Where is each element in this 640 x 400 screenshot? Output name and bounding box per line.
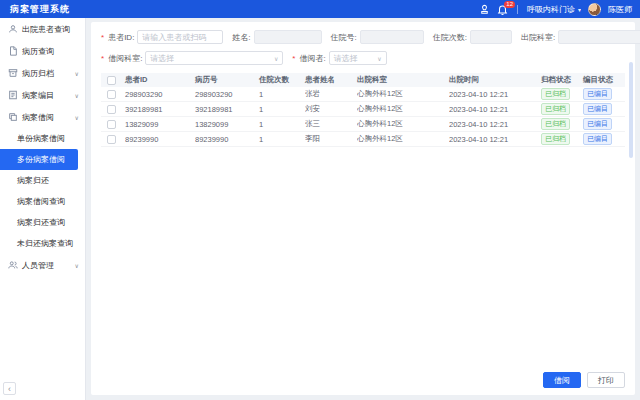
cell-discharge-time: 2023-04-10 12:21: [449, 135, 541, 144]
user-name: 陈医师: [608, 4, 632, 15]
select-all-checkbox[interactable]: [107, 76, 116, 85]
table-scrollbar[interactable]: [629, 62, 633, 158]
name-input[interactable]: [254, 30, 322, 44]
table-row: 298903290 298903290 1 张岩 心胸外科12区 2023-04…: [101, 87, 625, 102]
user-icon: [8, 24, 18, 34]
print-button[interactable]: 打印: [587, 372, 625, 388]
borrow-dept-label: 借阅科室:: [108, 53, 142, 64]
patient-id-label: 患者ID:: [108, 32, 134, 43]
borrow-dept-value: 请选择: [150, 53, 174, 64]
app-title: 病案管理系统: [8, 3, 70, 16]
bell-icon[interactable]: 12: [497, 4, 508, 15]
inpatient-no-input[interactable]: [360, 30, 424, 44]
field-inpatient-no: 住院号:: [331, 30, 424, 44]
field-discharge-dept: 出院科室:: [521, 30, 640, 44]
borrower-value: 请选择: [334, 53, 358, 64]
chevron-down-icon: ∨: [75, 262, 79, 269]
sidebar-subitem-borrow-query[interactable]: 病案借阅查询: [0, 191, 78, 212]
name-label: 姓名:: [232, 32, 250, 43]
cell-visits: 1: [259, 120, 305, 129]
sidebar-item-record-query[interactable]: 病历查询: [0, 40, 85, 62]
sidebar-item-staff-management[interactable]: 人员管理 ∨: [0, 254, 85, 276]
sidebar-item-label: 病案借阅: [22, 112, 54, 123]
discharge-dept-label: 出院科室:: [521, 32, 555, 43]
cell-patient-id: 89239990: [125, 135, 195, 144]
row-checkbox[interactable]: [107, 135, 116, 144]
sidebar-subitem-label: 多份病案借阅: [17, 154, 65, 165]
required-mark: *: [101, 54, 104, 63]
table-row: 89239990 89239990 1 李阳 心胸外科12区 2023-04-1…: [101, 132, 625, 147]
sidebar-subitem-label: 未归还病案查询: [17, 238, 73, 249]
sidebar-subitem-record-return[interactable]: 病案归还: [0, 170, 78, 191]
visit-count-input[interactable]: [470, 30, 512, 44]
borrow-icon: [8, 112, 18, 122]
cell-discharge-dept: 心胸外科12区: [357, 104, 449, 114]
sidebar-subitem-return-query[interactable]: 病案归还查询: [0, 212, 78, 233]
chevron-down-icon: ∨: [274, 55, 278, 62]
field-visit-count: 住院次数:: [433, 30, 512, 44]
field-name: 姓名:: [232, 30, 321, 44]
borrower-label: 借阅者:: [299, 53, 325, 64]
cell-record-no: 392189981: [195, 105, 259, 114]
cell-record-no: 13829099: [195, 120, 259, 129]
avatar[interactable]: [588, 3, 601, 16]
main-area: * 患者ID: 姓名: 住院号: 住院次数: 出院科室:: [86, 18, 640, 400]
seal-icon[interactable]: [479, 4, 490, 15]
catalog-status-badge: 已编目: [583, 88, 612, 100]
sidebar-subitem-label: 病案归还查询: [17, 217, 65, 228]
cell-discharge-dept: 心胸外科12区: [357, 119, 449, 129]
sidebar-subitem-multi-borrow[interactable]: 多份病案借阅: [0, 149, 78, 170]
field-borrow-dept: * 借阅科室: 请选择 ∨: [101, 51, 283, 65]
chevron-down-icon: ∨: [75, 92, 79, 99]
col-discharge-dept: 出院科室: [357, 75, 449, 85]
sidebar: 出院患者查询 病历查询 病历归档 ∨: [0, 18, 86, 400]
sidebar-subitem-label: 单份病案借阅: [17, 133, 65, 144]
department-name: 呼吸内科门诊: [527, 4, 575, 15]
collapse-icon: ‹: [8, 384, 11, 394]
patient-id-input[interactable]: [137, 30, 223, 44]
field-patient-id: * 患者ID:: [101, 30, 223, 44]
sidebar-subitem-single-borrow[interactable]: 单份病案借阅: [0, 128, 78, 149]
catalog-icon: [8, 90, 18, 100]
sidebar-subitem-unreturned-query[interactable]: 未归还病案查询: [0, 233, 78, 254]
header-right: 12 呼吸内科门诊 ▾ 陈医师: [479, 3, 632, 16]
sidebar-item-record-catalog[interactable]: 病案编目 ∨: [0, 84, 85, 106]
app-root: 病案管理系统 12 呼吸内科门诊 ▾ 陈医师: [0, 0, 640, 400]
sidebar-item-discharged-patient-query[interactable]: 出院患者查询: [0, 18, 85, 40]
borrower-select[interactable]: 请选择 ∨: [329, 51, 387, 65]
cell-visits: 1: [259, 90, 305, 99]
chevron-down-icon: ∨: [75, 70, 79, 77]
row-checkbox[interactable]: [107, 90, 116, 99]
col-patient-name: 患者姓名: [305, 75, 357, 85]
cell-discharge-dept: 心胸外科12区: [357, 134, 449, 144]
catalog-status-badge: 已编目: [583, 118, 612, 130]
search-form-row-1: * 患者ID: 姓名: 住院号: 住院次数: 出院科室:: [101, 30, 625, 44]
search-form-row-2: * 借阅科室: 请选择 ∨ * 借阅者: 请选择 ∨: [101, 51, 625, 65]
team-icon: [8, 260, 18, 270]
department-selector[interactable]: 呼吸内科门诊 ▾: [527, 4, 581, 15]
caret-down-icon: ▾: [578, 6, 581, 13]
archive-status-badge: 已归档: [541, 103, 570, 115]
cell-discharge-time: 2023-04-10 12:21: [449, 105, 541, 114]
col-archive-status: 归档状态: [541, 75, 583, 85]
archive-icon: [8, 68, 18, 78]
chevron-down-icon: ∨: [75, 114, 79, 121]
row-checkbox[interactable]: [107, 105, 116, 114]
sidebar-item-record-archive[interactable]: 病历归档 ∨: [0, 62, 85, 84]
borrow-button[interactable]: 借阅: [543, 372, 581, 388]
archive-status-badge: 已归档: [541, 88, 570, 100]
sidebar-item-record-borrow[interactable]: 病案借阅 ∨: [0, 106, 85, 128]
table-row: 392189981 392189981 1 刘安 心胸外科12区 2023-04…: [101, 102, 625, 117]
row-checkbox[interactable]: [107, 120, 116, 129]
catalog-status-badge: 已编目: [583, 103, 612, 115]
col-discharge-time: 出院时间: [449, 75, 541, 85]
sidebar-item-label: 人员管理: [22, 260, 54, 271]
borrow-dept-select[interactable]: 请选择 ∨: [145, 51, 283, 65]
chevron-down-icon: ∨: [377, 55, 381, 62]
cell-discharge-time: 2023-04-10 12:21: [449, 90, 541, 99]
col-patient-id: 患者ID: [125, 75, 195, 85]
sidebar-collapse-button[interactable]: ‹: [3, 382, 16, 395]
archive-status-badge: 已归档: [541, 118, 570, 130]
cell-patient-id: 298903290: [125, 90, 195, 99]
discharge-dept-input[interactable]: [558, 30, 640, 44]
